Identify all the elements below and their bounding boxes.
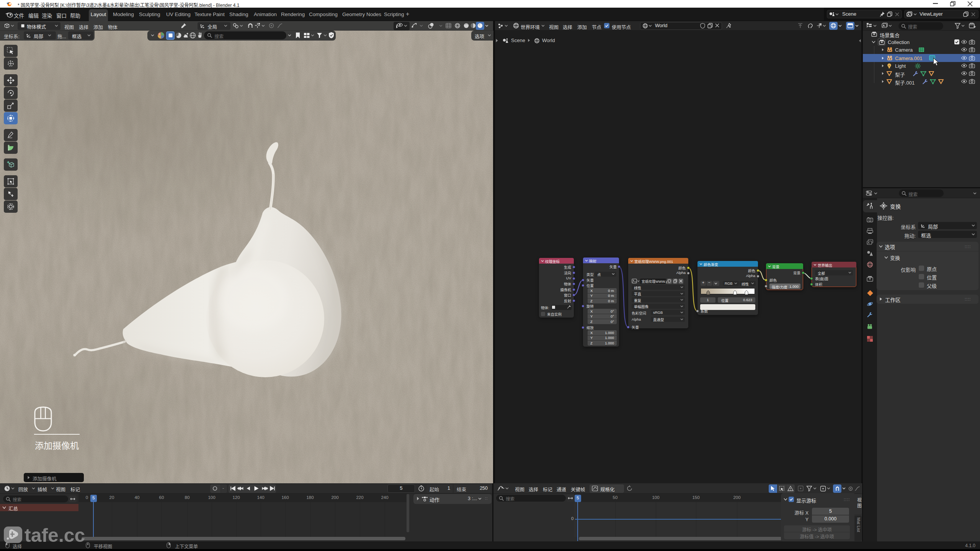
svg-text:tafe.cc: tafe.cc — [24, 526, 85, 546]
